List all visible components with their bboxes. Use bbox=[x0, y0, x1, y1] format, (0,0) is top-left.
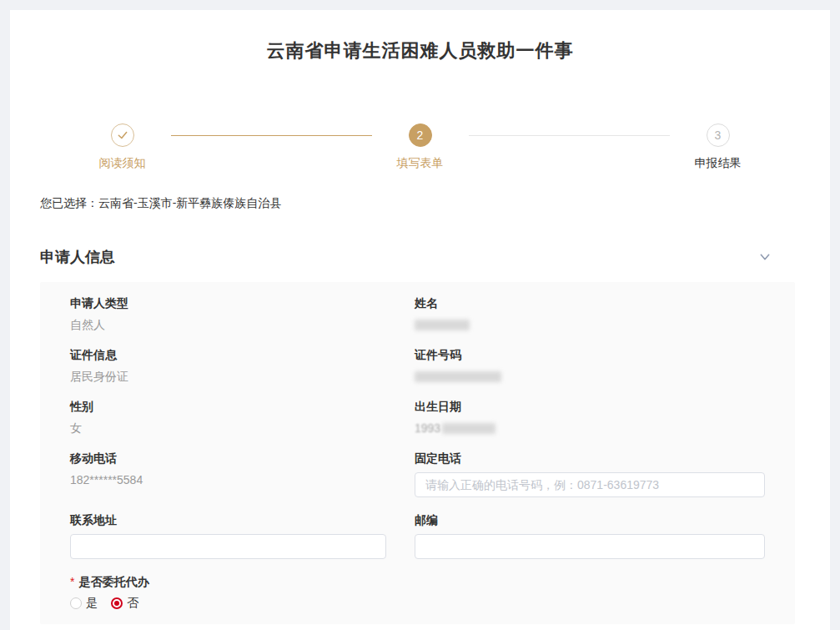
field-delegate: *是否委托代办 是 否 bbox=[70, 574, 765, 611]
region-selection-prefix: 您已选择： bbox=[40, 196, 98, 209]
field-birth-date: 出生日期 1993 bbox=[415, 399, 765, 436]
field-label: 移动电话 bbox=[70, 451, 415, 466]
step-2-circle: 2 bbox=[409, 123, 432, 147]
redacted-value bbox=[415, 371, 501, 382]
radio-yes-label: 是 bbox=[86, 596, 98, 611]
required-asterisk: * bbox=[70, 575, 74, 588]
step-3-label: 申报结果 bbox=[695, 154, 742, 171]
stepper-connector-2 bbox=[469, 135, 670, 136]
delegate-label: 是否委托代办 bbox=[78, 575, 148, 588]
region-selection-value: 云南省-玉溪市-新平彝族傣族自治县 bbox=[98, 196, 281, 209]
field-label: 证件信息 bbox=[70, 347, 415, 362]
stepper-connector-1 bbox=[171, 135, 372, 136]
page-title: 云南省申请生活困难人员救助一件事 bbox=[10, 38, 830, 63]
field-label: 出生日期 bbox=[415, 399, 765, 414]
step-3-circle: 3 bbox=[707, 123, 730, 147]
field-label: 邮编 bbox=[415, 512, 765, 527]
step-result: 3 申报结果 bbox=[678, 123, 758, 171]
field-label: *是否委托代办 bbox=[70, 574, 765, 589]
field-id-number: 证件号码 bbox=[415, 347, 765, 384]
delegate-radio-group: 是 否 bbox=[70, 596, 765, 611]
redacted-value bbox=[442, 423, 495, 434]
main-content: 云南省申请生活困难人员救助一件事 阅读须知 2 填写表单 3 申报结果 您已选择… bbox=[10, 10, 830, 630]
field-name: 姓名 bbox=[415, 295, 765, 332]
field-mobile-phone: 移动电话 182******5584 bbox=[70, 451, 415, 497]
field-value: 1993 bbox=[415, 421, 765, 436]
field-value: 居民身份证 bbox=[70, 369, 415, 384]
field-applicant-type: 申请人类型 自然人 bbox=[70, 295, 415, 332]
radio-no-label: 否 bbox=[127, 596, 138, 611]
partial-value: 1993 bbox=[415, 421, 440, 436]
stepper: 阅读须知 2 填写表单 3 申报结果 bbox=[83, 123, 758, 171]
applicant-info-panel: 申请人类型 自然人 姓名 证件信息 居民身份证 证件号码 性别 女 bbox=[40, 282, 795, 624]
radio-option-yes[interactable]: 是 bbox=[70, 596, 98, 611]
step-2-label: 填写表单 bbox=[397, 154, 444, 171]
check-icon bbox=[117, 129, 128, 141]
step-read-notice: 阅读须知 bbox=[83, 123, 163, 171]
field-postal-code: 邮编 bbox=[415, 512, 765, 559]
field-label: 性别 bbox=[70, 399, 415, 414]
field-label: 申请人类型 bbox=[70, 295, 415, 310]
field-value bbox=[415, 317, 765, 332]
field-gender: 性别 女 bbox=[70, 399, 415, 436]
postal-code-input[interactable] bbox=[415, 534, 765, 559]
step-1-circle bbox=[111, 123, 134, 147]
radio-unchecked-icon[interactable] bbox=[70, 597, 82, 609]
field-contact-address: 联系地址 bbox=[70, 512, 415, 559]
field-landline-phone: 固定电话 bbox=[415, 451, 765, 497]
field-value: 女 bbox=[70, 421, 415, 436]
applicant-info-header: 申请人信息 bbox=[40, 247, 795, 267]
contact-address-input[interactable] bbox=[70, 534, 386, 559]
field-label: 姓名 bbox=[415, 295, 765, 310]
form-grid: 申请人类型 自然人 姓名 证件信息 居民身份证 证件号码 性别 女 bbox=[70, 295, 765, 611]
field-label: 联系地址 bbox=[70, 512, 415, 527]
chevron-down-icon[interactable] bbox=[758, 250, 772, 264]
redacted-value bbox=[415, 320, 470, 330]
landline-phone-input[interactable] bbox=[415, 472, 765, 497]
field-value bbox=[415, 369, 765, 384]
field-value: 自然人 bbox=[70, 317, 415, 332]
radio-checked-icon[interactable] bbox=[111, 597, 123, 609]
field-value: 182******5584 bbox=[70, 472, 415, 487]
region-selection: 您已选择：云南省-玉溪市-新平彝族傣族自治县 bbox=[40, 194, 795, 211]
field-id-type: 证件信息 居民身份证 bbox=[70, 347, 415, 384]
field-label: 固定电话 bbox=[415, 451, 765, 466]
step-fill-form: 2 填写表单 bbox=[380, 123, 460, 171]
section-title: 申请人信息 bbox=[40, 249, 115, 265]
field-label: 证件号码 bbox=[415, 347, 765, 362]
step-1-label: 阅读须知 bbox=[99, 154, 146, 171]
radio-option-no[interactable]: 否 bbox=[111, 596, 138, 611]
